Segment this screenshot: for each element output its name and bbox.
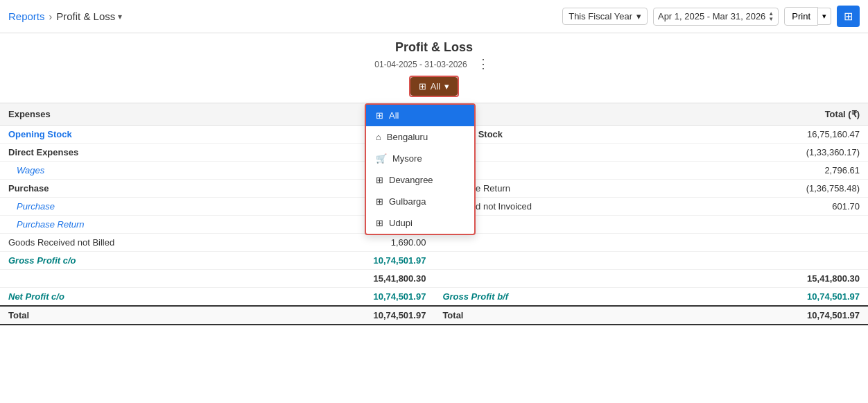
th-expenses: Expenses: [0, 103, 365, 126]
report-title: Profit & Loss: [0, 40, 868, 55]
net-profit-co-value: 10,74,501.97: [365, 288, 434, 307]
gross-profit-co-label: Gross Profit c/o: [0, 252, 365, 270]
branch-bengaluru-label: Bengaluru: [387, 132, 428, 142]
income-row7-value: [798, 234, 868, 252]
print-button-group: Print ▾: [784, 7, 831, 26]
income-row3-value: 2,796.61: [798, 162, 868, 180]
branch-bengaluru-icon: ⌂: [376, 132, 381, 142]
expenses-purchase-sub[interactable]: Purchase: [0, 198, 365, 216]
branch-gulbarga-label: Gulbarga: [389, 196, 426, 207]
gross-profit-bf-value: 10,74,501.97: [798, 288, 868, 307]
branch-udupi-icon: ⊞: [376, 218, 383, 228]
breadcrumb-chevron-icon[interactable]: ▾: [118, 12, 122, 22]
breadcrumb: Reports › Profit & Loss ▾: [8, 10, 122, 22]
print-button[interactable]: Print: [784, 7, 818, 26]
subtotal-right-label: [434, 270, 797, 288]
income-row8-value: [798, 252, 868, 270]
income-closing-stock: Closing Stock: [434, 126, 797, 144]
branch-item-mysore[interactable]: 🛒 Mysore: [366, 148, 474, 169]
branch-selector-area: ⊞ All ▾ ⊞ All ⌂ Bengaluru 🛒 Mysore ⊞ Dev…: [0, 76, 868, 97]
expenses-purchase-return[interactable]: Purchase Return: [0, 216, 365, 234]
branch-item-gulbarga[interactable]: ⊞ Gulbarga: [366, 191, 474, 212]
expenses-purchase: Purchase: [0, 180, 365, 198]
branch-mysore-icon: 🛒: [376, 153, 387, 164]
subtotal-row: 15,41,800.30 15,41,800.30: [0, 270, 868, 288]
print-caret-icon: ▾: [822, 12, 826, 20]
income-closing-stock-value: 16,75,160.47: [798, 126, 868, 144]
income-row6-label: [434, 216, 797, 234]
branch-label: All: [431, 81, 440, 92]
breadcrumb-separator: ›: [49, 11, 53, 22]
print-label: Print: [792, 11, 810, 22]
income-delivered-not-invoiced-label: Delivered not Invoiced: [434, 198, 797, 216]
branch-item-all[interactable]: ⊞ All: [366, 105, 474, 126]
total-right-value: 10,74,501.97: [798, 306, 868, 325]
breadcrumb-current: Profit & Loss ▾: [56, 10, 122, 22]
total-left-label: Total: [0, 306, 365, 325]
expenses-goods-received-value: 1,690.00: [365, 234, 434, 252]
branch-devangree-icon: ⊞: [376, 175, 383, 185]
breadcrumb-current-label: Profit & Loss: [56, 10, 115, 22]
fiscal-year-caret-icon: ▾: [636, 11, 641, 22]
income-row3-label: [434, 162, 797, 180]
table-row: Goods Received not Billed 1,690.00: [0, 234, 868, 252]
expenses-opening-stock[interactable]: Opening Stock: [0, 126, 365, 144]
income-row8-label: [434, 252, 797, 270]
header: Reports › Profit & Loss ▾ This Fiscal Ye…: [0, 0, 868, 33]
th-total: Total (₹): [798, 103, 868, 126]
grid-view-button[interactable]: ⊞: [837, 6, 860, 27]
income-purchase-return-value: (1,36,758.48): [798, 180, 868, 198]
branch-udupi-label: Udupi: [389, 218, 413, 228]
branch-button-group: ⊞ All ▾: [409, 76, 459, 97]
income-row2-label: [434, 144, 797, 162]
branch-gulbarga-icon: ⊞: [376, 196, 383, 207]
branch-devangree-label: Devangree: [389, 175, 433, 185]
th-right-label: [434, 103, 797, 126]
branch-dropdown-menu: ⊞ All ⌂ Bengaluru 🛒 Mysore ⊞ Devangree ⊞…: [365, 103, 476, 235]
total-right-label: Total: [434, 306, 797, 325]
branch-item-devangree[interactable]: ⊞ Devangree: [366, 169, 474, 191]
fiscal-year-label: This Fiscal Year: [568, 11, 632, 22]
branch-caret-icon: ▾: [444, 81, 449, 92]
branch-mysore-label: Mysore: [392, 153, 422, 164]
expenses-wages[interactable]: Wages: [0, 162, 365, 180]
subtotal-left-label: [0, 270, 365, 288]
income-purchase-return-label: Purchase Return: [434, 180, 797, 198]
branch-all-icon: ⊞: [376, 110, 383, 121]
report-container: Profit & Loss 01-04-2025 - 31-03-2026 ⋮ …: [0, 33, 868, 332]
breadcrumb-reports-link[interactable]: Reports: [8, 10, 45, 22]
total-left-value: 10,74,501.97: [365, 306, 434, 325]
income-delivered-not-invoiced-value: 601.70: [798, 198, 868, 216]
expenses-goods-received: Goods Received not Billed: [0, 234, 365, 252]
expenses-direct: Direct Expenses: [0, 144, 365, 162]
branch-grid-icon: ⊞: [419, 81, 426, 92]
branch-item-bengaluru[interactable]: ⌂ Bengaluru: [366, 126, 474, 148]
report-options-button[interactable]: ⋮: [473, 55, 494, 73]
branch-all-label: All: [389, 110, 399, 121]
income-row6-value: [798, 216, 868, 234]
table-row: Gross Profit c/o 10,74,501.97: [0, 252, 868, 270]
date-range-input[interactable]: Apr 1, 2025 - Mar 31, 2026 ▲ ▼: [653, 8, 779, 26]
table-row: Net Profit c/o 10,74,501.97 Gross Profit…: [0, 288, 868, 307]
report-title-area: Profit & Loss 01-04-2025 - 31-03-2026 ⋮: [0, 40, 868, 73]
date-spinners: ▲ ▼: [768, 11, 774, 22]
header-right: This Fiscal Year ▾ Apr 1, 2025 - Mar 31,…: [562, 6, 860, 27]
branch-item-udupi[interactable]: ⊞ Udupi: [366, 212, 474, 234]
subtotal-left-value: 15,41,800.30: [365, 270, 434, 288]
report-date: 01-04-2025 - 31-03-2026: [374, 60, 467, 69]
date-range-text: Apr 1, 2025 - Mar 31, 2026: [658, 11, 765, 22]
print-dropdown-button[interactable]: ▾: [818, 8, 831, 25]
subtotal-right-value: 15,41,800.30: [798, 270, 868, 288]
income-row7-label: [434, 234, 797, 252]
net-profit-co-label: Net Profit c/o: [0, 288, 365, 307]
branch-all-button[interactable]: ⊞ All ▾: [410, 77, 458, 96]
grid-icon: ⊞: [844, 10, 853, 22]
fiscal-year-dropdown[interactable]: This Fiscal Year ▾: [562, 8, 648, 25]
total-row: Total 10,74,501.97 Total 10,74,501.97: [0, 306, 868, 325]
date-down-icon[interactable]: ▼: [768, 17, 774, 22]
gross-profit-co-value: 10,74,501.97: [365, 252, 434, 270]
gross-profit-bf-label: Gross Profit b/f: [434, 288, 797, 307]
income-row2-value: (1,33,360.17): [798, 144, 868, 162]
